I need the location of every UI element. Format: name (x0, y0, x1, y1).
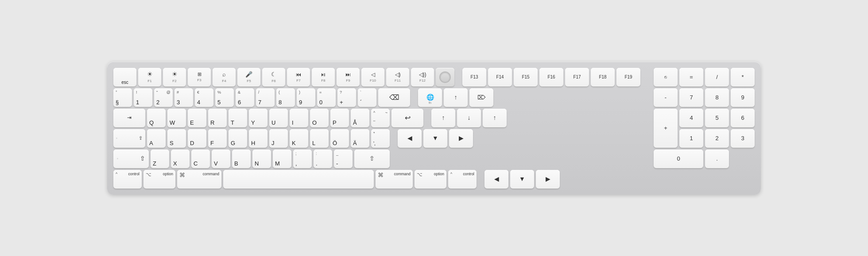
command-right-key[interactable]: ⌘ command (376, 170, 413, 189)
option-left-key[interactable]: ⌥ option (143, 170, 175, 189)
numpad-dot-key[interactable]: . (705, 150, 729, 168)
comma-key[interactable]: ; , (293, 150, 312, 168)
numpad-equals-key[interactable]: = (679, 68, 703, 87)
delete-forward-key[interactable]: ⌦ (469, 88, 493, 107)
w-key[interactable]: W (167, 109, 186, 127)
numpad-multiply-key[interactable]: * (731, 68, 755, 87)
esc-key[interactable]: esc (113, 68, 136, 87)
f9-key[interactable]: ⏭ F9 (337, 68, 360, 87)
o-key[interactable]: O (310, 109, 329, 127)
f7-key[interactable]: ⏮ F7 (287, 68, 310, 87)
shift-left-key[interactable]: ◦ ⇧ (113, 150, 149, 168)
2-key[interactable]: " @ 2 (154, 88, 173, 107)
f11-key[interactable]: ◁) F11 (386, 68, 409, 87)
ao-key[interactable]: Å (351, 109, 369, 127)
shift-right-key[interactable]: ⇧ (354, 150, 390, 168)
j-key[interactable]: J (269, 129, 288, 148)
k-key[interactable]: K (290, 129, 308, 148)
f5-key[interactable]: 🎤 F5 (237, 68, 260, 87)
umlaut-key[interactable]: ^ ~ ¨ (371, 109, 390, 127)
f6-key[interactable]: ☾ F6 (262, 68, 285, 87)
5-key[interactable]: % 5 (215, 88, 234, 107)
option-right-key[interactable]: ⌥ option (415, 170, 446, 189)
capslock-key[interactable]: ◦ ⇪ (113, 129, 145, 148)
7-key[interactable]: / 7 (256, 88, 275, 107)
f4-key[interactable]: ⌕ F4 (213, 68, 236, 87)
s-key[interactable]: S (167, 129, 186, 148)
minus-key[interactable]: _ - (334, 150, 353, 168)
section-key[interactable]: ° § (113, 88, 132, 107)
p-key[interactable]: P (330, 109, 349, 127)
hash-key[interactable]: * ', (371, 129, 390, 148)
u-key[interactable]: U (269, 109, 288, 127)
8-key[interactable]: ( 8 (276, 88, 295, 107)
numpad-4-key[interactable]: 4 (679, 109, 703, 127)
numpad-7-key[interactable]: 7 (679, 88, 703, 107)
oo-key[interactable]: Ö (330, 129, 349, 148)
pgup-key[interactable]: ↑ (483, 109, 507, 127)
e-key[interactable]: E (188, 109, 206, 127)
control-right-key[interactable]: ^ control (448, 170, 477, 189)
x-key[interactable]: X (171, 150, 190, 168)
numpad-divide-key[interactable]: / (705, 68, 729, 87)
numpad-9-key[interactable]: 9 (731, 88, 755, 107)
f2-key[interactable]: ☀ F2 (163, 68, 186, 87)
3-key[interactable]: # 3 (174, 88, 193, 107)
command-left-key[interactable]: ⌘ command (177, 170, 221, 189)
control-left-key[interactable]: ^ control (113, 170, 142, 189)
home-key[interactable]: ↑ (431, 109, 455, 127)
tab-key[interactable]: ⇥ (113, 109, 145, 127)
plus-key[interactable]: ? + (337, 88, 356, 107)
numpad-0-key[interactable]: 0 (654, 150, 703, 168)
fn-globe-key[interactable]: 🌐 fn (418, 88, 442, 107)
i-key[interactable]: I (290, 109, 308, 127)
1-key[interactable]: ! 1 (134, 88, 152, 107)
m-key[interactable]: M (273, 150, 291, 168)
f1-key[interactable]: ☀ F1 (138, 68, 161, 87)
arrow-right2-key[interactable]: ▶ (536, 170, 560, 189)
9-key[interactable]: ) 9 (297, 88, 315, 107)
f10-key[interactable]: ◁ F10 (361, 68, 384, 87)
period-key[interactable]: : . (314, 150, 332, 168)
y-key[interactable]: Y (249, 109, 267, 127)
f17-key[interactable]: F17 (565, 68, 589, 87)
l-key[interactable]: L (310, 129, 329, 148)
f14-key[interactable]: F14 (488, 68, 512, 87)
numpad-2-key[interactable]: 2 (705, 129, 729, 148)
arrow-down2-key[interactable]: ▼ (510, 170, 534, 189)
q-key[interactable]: Q (147, 109, 166, 127)
arrow-left-key[interactable]: ◀ (398, 129, 422, 148)
return-key[interactable]: ↩ (391, 109, 423, 127)
f16-key[interactable]: F16 (539, 68, 563, 87)
f-key[interactable]: F (208, 129, 227, 148)
v-key[interactable]: V (212, 150, 230, 168)
z-key[interactable]: Z (151, 150, 169, 168)
numpad-8-key[interactable]: 8 (705, 88, 729, 107)
spacebar-key[interactable] (223, 170, 374, 189)
end-key[interactable]: ↓ (457, 109, 481, 127)
0-key[interactable]: = 0 (317, 88, 336, 107)
d-key[interactable]: D (188, 129, 206, 148)
f15-key[interactable]: F15 (514, 68, 538, 87)
n-key[interactable]: N (252, 150, 271, 168)
a-key[interactable]: A (147, 129, 166, 148)
g-key[interactable]: G (229, 129, 247, 148)
numpad-clear-key[interactable]: ⎋ (654, 68, 678, 87)
numpad-6-key[interactable]: 6 (731, 109, 755, 127)
numpad-3-key[interactable]: 3 (731, 129, 755, 148)
backspace-key[interactable]: ⌫ (378, 88, 410, 107)
r-key[interactable]: R (208, 109, 227, 127)
c-key[interactable]: C (191, 150, 210, 168)
arrow-down-key[interactable]: ▼ (423, 129, 447, 148)
ae-key[interactable]: Ä (351, 129, 369, 148)
numpad-5-key[interactable]: 5 (705, 109, 729, 127)
h-key[interactable]: H (249, 129, 267, 148)
arrow-left2-key[interactable]: ◀ (484, 170, 508, 189)
f3-key[interactable]: ⊞ F3 (188, 68, 211, 87)
4-key[interactable]: € 4 (195, 88, 213, 107)
f13-key[interactable]: F13 (462, 68, 486, 87)
f8-key[interactable]: ⏯ F8 (312, 68, 335, 87)
b-key[interactable]: B (232, 150, 251, 168)
arrow-right-key[interactable]: ▶ (449, 129, 473, 148)
numpad-minus-key[interactable]: - (654, 88, 678, 107)
